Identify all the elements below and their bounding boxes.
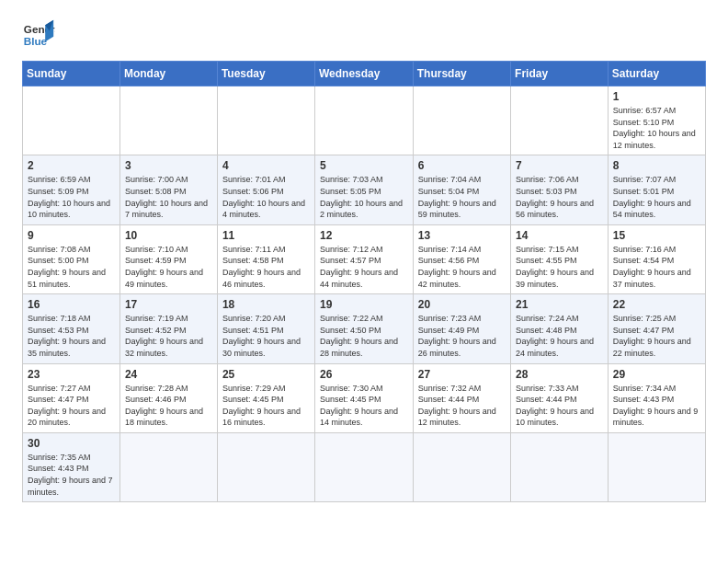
calendar-cell: 4Sunrise: 7:01 AM Sunset: 5:06 PM Daylig… (217, 155, 314, 224)
day-info: Sunrise: 7:14 AM Sunset: 4:56 PM Dayligh… (418, 244, 506, 290)
calendar-week-2: 9Sunrise: 7:08 AM Sunset: 5:00 PM Daylig… (23, 224, 706, 293)
day-info: Sunrise: 7:08 AM Sunset: 5:00 PM Dayligh… (28, 244, 115, 290)
day-number: 12 (320, 229, 408, 242)
day-number: 26 (320, 368, 408, 381)
day-number: 11 (222, 229, 310, 242)
day-info: Sunrise: 7:27 AM Sunset: 4:47 PM Dayligh… (28, 383, 115, 429)
day-number: 9 (28, 229, 115, 242)
calendar-header-monday: Monday (119, 62, 217, 86)
day-info: Sunrise: 7:00 AM Sunset: 5:08 PM Dayligh… (125, 174, 212, 220)
day-info: Sunrise: 7:28 AM Sunset: 4:46 PM Dayligh… (125, 383, 212, 429)
day-info: Sunrise: 7:16 AM Sunset: 4:54 PM Dayligh… (613, 244, 700, 290)
calendar-cell: 27Sunrise: 7:32 AM Sunset: 4:44 PM Dayli… (413, 363, 510, 432)
day-info: Sunrise: 7:11 AM Sunset: 4:58 PM Dayligh… (222, 244, 310, 290)
day-number: 24 (125, 368, 212, 381)
svg-text:Blue: Blue (24, 35, 48, 47)
day-number: 8 (613, 159, 700, 172)
day-number: 14 (516, 229, 603, 242)
day-number: 15 (613, 229, 700, 242)
calendar-header-row: SundayMondayTuesdayWednesdayThursdayFrid… (23, 62, 706, 86)
day-number: 18 (222, 298, 310, 311)
calendar-cell: 20Sunrise: 7:23 AM Sunset: 4:49 PM Dayli… (413, 294, 510, 363)
day-info: Sunrise: 7:22 AM Sunset: 4:50 PM Dayligh… (320, 313, 408, 359)
calendar-cell: 18Sunrise: 7:20 AM Sunset: 4:51 PM Dayli… (217, 294, 314, 363)
calendar-header-friday: Friday (511, 62, 609, 86)
day-number: 10 (125, 229, 212, 242)
calendar-cell (217, 86, 314, 155)
day-info: Sunrise: 7:10 AM Sunset: 4:59 PM Dayligh… (125, 244, 212, 290)
calendar-cell: 26Sunrise: 7:30 AM Sunset: 4:45 PM Dayli… (314, 363, 413, 432)
generalblue-icon: General Blue (22, 18, 55, 52)
day-info: Sunrise: 7:34 AM Sunset: 4:43 PM Dayligh… (613, 383, 700, 429)
calendar-cell: 8Sunrise: 7:07 AM Sunset: 5:01 PM Daylig… (608, 155, 705, 224)
day-info: Sunrise: 7:06 AM Sunset: 5:03 PM Dayligh… (516, 174, 603, 220)
day-info: Sunrise: 7:32 AM Sunset: 4:44 PM Dayligh… (418, 383, 506, 429)
logo: General Blue (22, 18, 55, 52)
day-number: 23 (28, 368, 115, 381)
calendar-header-sunday: Sunday (23, 62, 120, 86)
day-number: 3 (125, 159, 212, 172)
calendar-header-thursday: Thursday (413, 62, 510, 86)
day-number: 21 (516, 298, 603, 311)
calendar-header-tuesday: Tuesday (217, 62, 314, 86)
calendar-cell: 25Sunrise: 7:29 AM Sunset: 4:45 PM Dayli… (217, 363, 314, 432)
day-info: Sunrise: 7:35 AM Sunset: 4:43 PM Dayligh… (28, 452, 115, 498)
calendar-week-0: 1Sunrise: 6:57 AM Sunset: 5:10 PM Daylig… (23, 86, 706, 155)
day-number: 28 (516, 368, 603, 381)
calendar-cell: 12Sunrise: 7:12 AM Sunset: 4:57 PM Dayli… (314, 224, 413, 293)
day-info: Sunrise: 7:23 AM Sunset: 4:49 PM Dayligh… (418, 313, 506, 359)
day-info: Sunrise: 7:19 AM Sunset: 4:52 PM Dayligh… (125, 313, 212, 359)
calendar-cell: 17Sunrise: 7:19 AM Sunset: 4:52 PM Dayli… (119, 294, 217, 363)
day-info: Sunrise: 7:04 AM Sunset: 5:04 PM Dayligh… (418, 174, 506, 220)
calendar: SundayMondayTuesdayWednesdayThursdayFrid… (22, 61, 706, 502)
calendar-cell: 1Sunrise: 6:57 AM Sunset: 5:10 PM Daylig… (608, 86, 705, 155)
day-number: 22 (613, 298, 700, 311)
day-info: Sunrise: 7:07 AM Sunset: 5:01 PM Dayligh… (613, 174, 700, 220)
calendar-cell (511, 86, 609, 155)
day-number: 16 (28, 298, 115, 311)
day-number: 6 (418, 159, 506, 172)
calendar-cell: 3Sunrise: 7:00 AM Sunset: 5:08 PM Daylig… (119, 155, 217, 224)
day-number: 29 (613, 368, 700, 381)
calendar-cell (413, 432, 510, 501)
day-info: Sunrise: 7:01 AM Sunset: 5:06 PM Dayligh… (222, 174, 310, 220)
day-number: 27 (418, 368, 506, 381)
calendar-week-4: 23Sunrise: 7:27 AM Sunset: 4:47 PM Dayli… (23, 363, 706, 432)
calendar-week-5: 30Sunrise: 7:35 AM Sunset: 4:43 PM Dayli… (23, 432, 706, 501)
day-info: Sunrise: 7:12 AM Sunset: 4:57 PM Dayligh… (320, 244, 408, 290)
calendar-cell: 22Sunrise: 7:25 AM Sunset: 4:47 PM Dayli… (608, 294, 705, 363)
day-info: Sunrise: 6:57 AM Sunset: 5:10 PM Dayligh… (613, 105, 700, 151)
calendar-cell (119, 86, 217, 155)
calendar-cell: 10Sunrise: 7:10 AM Sunset: 4:59 PM Dayli… (119, 224, 217, 293)
day-info: Sunrise: 7:24 AM Sunset: 4:48 PM Dayligh… (516, 313, 603, 359)
calendar-cell: 13Sunrise: 7:14 AM Sunset: 4:56 PM Dayli… (413, 224, 510, 293)
day-number: 30 (28, 437, 115, 450)
calendar-cell: 21Sunrise: 7:24 AM Sunset: 4:48 PM Dayli… (511, 294, 609, 363)
calendar-cell: 19Sunrise: 7:22 AM Sunset: 4:50 PM Dayli… (314, 294, 413, 363)
day-number: 5 (320, 159, 408, 172)
day-number: 7 (516, 159, 603, 172)
day-number: 19 (320, 298, 408, 311)
day-number: 13 (418, 229, 506, 242)
calendar-cell (314, 432, 413, 501)
calendar-cell: 15Sunrise: 7:16 AM Sunset: 4:54 PM Dayli… (608, 224, 705, 293)
calendar-cell (217, 432, 314, 501)
day-number: 2 (28, 159, 115, 172)
day-info: Sunrise: 7:29 AM Sunset: 4:45 PM Dayligh… (222, 383, 310, 429)
calendar-cell: 9Sunrise: 7:08 AM Sunset: 5:00 PM Daylig… (23, 224, 120, 293)
day-number: 17 (125, 298, 212, 311)
day-info: Sunrise: 7:30 AM Sunset: 4:45 PM Dayligh… (320, 383, 408, 429)
day-number: 4 (222, 159, 310, 172)
calendar-cell (608, 432, 705, 501)
calendar-week-1: 2Sunrise: 6:59 AM Sunset: 5:09 PM Daylig… (23, 155, 706, 224)
calendar-cell: 30Sunrise: 7:35 AM Sunset: 4:43 PM Dayli… (23, 432, 120, 501)
day-number: 25 (222, 368, 310, 381)
calendar-week-3: 16Sunrise: 7:18 AM Sunset: 4:53 PM Dayli… (23, 294, 706, 363)
day-info: Sunrise: 7:33 AM Sunset: 4:44 PM Dayligh… (516, 383, 603, 429)
calendar-cell: 24Sunrise: 7:28 AM Sunset: 4:46 PM Dayli… (119, 363, 217, 432)
day-info: Sunrise: 7:18 AM Sunset: 4:53 PM Dayligh… (28, 313, 115, 359)
calendar-cell (119, 432, 217, 501)
calendar-cell: 6Sunrise: 7:04 AM Sunset: 5:04 PM Daylig… (413, 155, 510, 224)
calendar-cell: 16Sunrise: 7:18 AM Sunset: 4:53 PM Dayli… (23, 294, 120, 363)
calendar-header-saturday: Saturday (608, 62, 705, 86)
